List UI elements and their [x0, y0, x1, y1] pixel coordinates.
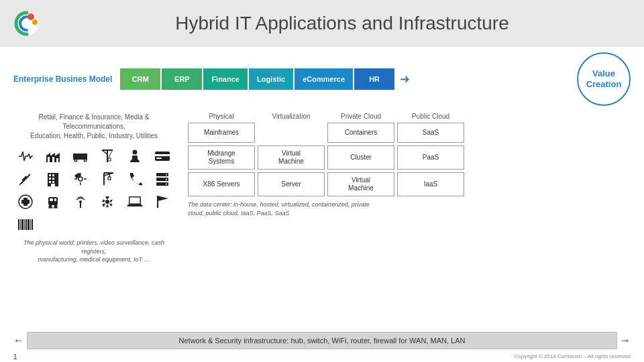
svg-rect-26: [156, 158, 162, 159]
svg-point-2: [32, 19, 38, 25]
icon-truck: [68, 146, 93, 166]
icon-card: [150, 146, 174, 166]
svg-rect-37: [51, 184, 55, 186]
cell-virtual-machine: VirtualMachine: [258, 145, 325, 170]
svg-rect-57: [21, 200, 30, 204]
svg-rect-34: [52, 178, 54, 180]
icon-radiation: [95, 192, 120, 212]
arrow-left-icon: ←: [13, 335, 24, 347]
svg-rect-32: [52, 174, 54, 176]
middle-section: Retail, Finance & Insurance, Media & Tel…: [13, 113, 631, 264]
icon-antenna: [68, 192, 93, 212]
svg-marker-6: [56, 153, 60, 156]
network-bar-container: ← Network & Security infrastructure: hub…: [13, 332, 631, 349]
svg-rect-7: [48, 157, 50, 162]
svg-rect-36: [52, 181, 54, 183]
svg-rect-25: [155, 154, 170, 156]
icon-factory: [41, 146, 66, 166]
logo-icon: [13, 10, 40, 37]
svg-rect-23: [132, 156, 138, 160]
header-private-cloud: Private Cloud: [327, 113, 394, 120]
biz-box-ecommerce: eCommerce: [294, 68, 353, 90]
icon-phone: [123, 169, 148, 189]
svg-point-13: [75, 160, 76, 161]
icon-satellite: [68, 169, 93, 189]
cell-saas: SaaS: [397, 123, 464, 143]
industries-text: Retail, Finance & Insurance, Media & Tel…: [13, 113, 174, 141]
icon-server-rack: [150, 169, 174, 189]
main-content: Enterprise Busines Model CRM ERP Finance…: [0, 47, 644, 328]
biz-box-hr: HR: [354, 68, 394, 90]
svg-marker-5: [51, 153, 55, 156]
svg-point-1: [28, 13, 34, 20]
svg-rect-48: [108, 177, 111, 180]
svg-rect-78: [32, 219, 33, 230]
copyright-text: Copyright © 2018 Carriscom – All rights …: [514, 353, 631, 361]
biz-box-crm: CRM: [120, 68, 160, 90]
svg-rect-73: [21, 219, 23, 230]
svg-point-22: [132, 150, 137, 155]
svg-point-53: [166, 179, 167, 180]
icon-person: [123, 146, 148, 166]
svg-point-65: [79, 200, 82, 203]
svg-rect-31: [49, 174, 51, 176]
biz-box-erp: ERP: [162, 68, 202, 90]
icon-heartbeat: [13, 146, 38, 166]
svg-rect-59: [50, 198, 53, 201]
svg-rect-60: [54, 198, 56, 201]
svg-rect-76: [28, 219, 30, 230]
svg-rect-58: [48, 197, 58, 205]
svg-rect-10: [73, 154, 83, 160]
svg-rect-77: [30, 219, 31, 230]
svg-marker-4: [46, 153, 50, 156]
svg-rect-74: [24, 219, 25, 230]
cell-virtual-machine-2: VirtualMachine: [327, 172, 394, 196]
value-creation-circle: ValueCreation: [577, 52, 631, 106]
svg-rect-72: [20, 219, 21, 230]
icon-laptop: [123, 192, 148, 212]
icon-crane2: [95, 169, 120, 189]
left-panel: Retail, Finance & Insurance, Media & Tel…: [13, 113, 174, 264]
cell-iaas: IaaS: [397, 172, 464, 196]
flow-arrow: ➜: [400, 72, 410, 86]
cell-x86: X86 Servers: [188, 172, 255, 196]
svg-rect-21: [108, 158, 111, 161]
svg-rect-9: [56, 158, 58, 162]
cell-midrange: MidrangeSystems: [188, 145, 255, 170]
page-number: 1: [13, 353, 17, 361]
svg-rect-35: [49, 181, 51, 183]
cell-server: Server: [258, 172, 325, 196]
icon-crane: [95, 146, 120, 166]
cell-empty-1: [258, 123, 325, 143]
business-model-row: Enterprise Busines Model CRM ERP Finance…: [13, 52, 631, 106]
cell-paas: PaaS: [397, 145, 464, 170]
biz-model-label: Enterprise Busines Model: [13, 74, 112, 84]
header: Hybrid IT Applications and Infrastructur…: [0, 0, 644, 47]
cell-containers: Containers: [327, 123, 394, 143]
dc-column-headers: Physical Virtualization Private Cloud Pu…: [181, 113, 631, 120]
svg-marker-70: [158, 196, 168, 201]
icon-flag: [150, 192, 174, 212]
cell-mainframes: Mainframes: [188, 123, 255, 143]
cell-cluster: Cluster: [327, 145, 394, 170]
icon-syringe: [13, 169, 38, 189]
physical-desc: The physical world: printers, video surv…: [13, 239, 174, 264]
icons-grid: [13, 146, 174, 235]
svg-rect-68: [129, 198, 140, 204]
svg-point-15: [85, 160, 86, 161]
arrow-right-icon: →: [620, 335, 631, 347]
svg-line-19: [109, 150, 113, 156]
svg-rect-75: [25, 219, 27, 230]
svg-rect-8: [52, 157, 54, 162]
biz-box-logistic: Logistic: [249, 68, 293, 90]
biz-boxes: CRM ERP Finance Logistic eCommerce HR ➜: [120, 68, 566, 90]
svg-point-52: [166, 174, 167, 176]
svg-point-54: [166, 184, 167, 185]
dc-grid: Mainframes Containers SaaS MidrangeSyste…: [181, 123, 631, 196]
footer-area: ← Network & Security infrastructure: hub…: [0, 328, 644, 352]
slide-footer: 1 Copyright © 2018 Carriscom – All right…: [0, 352, 644, 362]
icon-medical-cross: [13, 192, 38, 212]
network-bar: Network & Security infrastructure: hub, …: [27, 332, 617, 349]
svg-rect-71: [18, 219, 19, 230]
svg-point-38: [78, 177, 83, 181]
